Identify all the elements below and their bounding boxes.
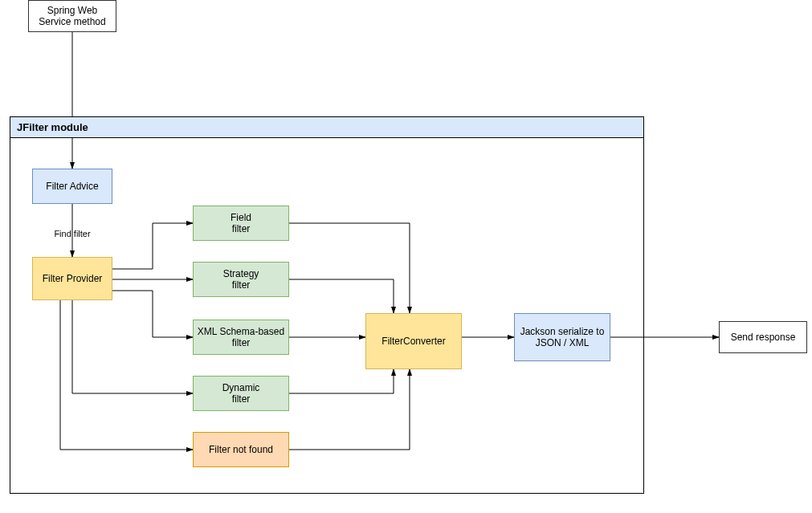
node-label: Filter Advice: [46, 181, 98, 192]
node-label: Fieldfilter: [231, 212, 251, 234]
node-label: Spring Web Service method: [32, 5, 112, 27]
node-label: Filter Provider: [43, 273, 103, 284]
node-label: Filter not found: [209, 444, 273, 455]
node-field-filter: Fieldfilter: [193, 206, 289, 241]
node-filter-advice: Filter Advice: [32, 169, 112, 204]
node-xml-filter: XML Schema-basedfilter: [193, 320, 289, 355]
node-strategy-filter: Strategyfilter: [193, 262, 289, 297]
node-filter-converter: FilterConverter: [365, 313, 462, 369]
node-filter-not-found: Filter not found: [193, 432, 289, 467]
node-send-response: Send response: [719, 321, 807, 353]
node-label: Dynamicfilter: [222, 382, 260, 405]
diagram-canvas: Spring Web Service method JFilter module…: [0, 0, 812, 513]
node-label: FilterConverter: [382, 336, 445, 347]
node-jackson: Jackson serialize toJSON / XML: [514, 313, 610, 361]
node-label: Strategyfilter: [223, 268, 259, 291]
node-dynamic-filter: Dynamicfilter: [193, 376, 289, 411]
edge-label-find-filter: Find filter: [48, 229, 96, 238]
node-filter-provider: Filter Provider: [32, 257, 112, 300]
module-title: JFilter module: [10, 117, 643, 138]
node-label: Send response: [731, 332, 796, 343]
node-label: XML Schema-basedfilter: [198, 326, 284, 348]
node-spring: Spring Web Service method: [28, 0, 116, 32]
node-label: Jackson serialize toJSON / XML: [520, 326, 605, 348]
